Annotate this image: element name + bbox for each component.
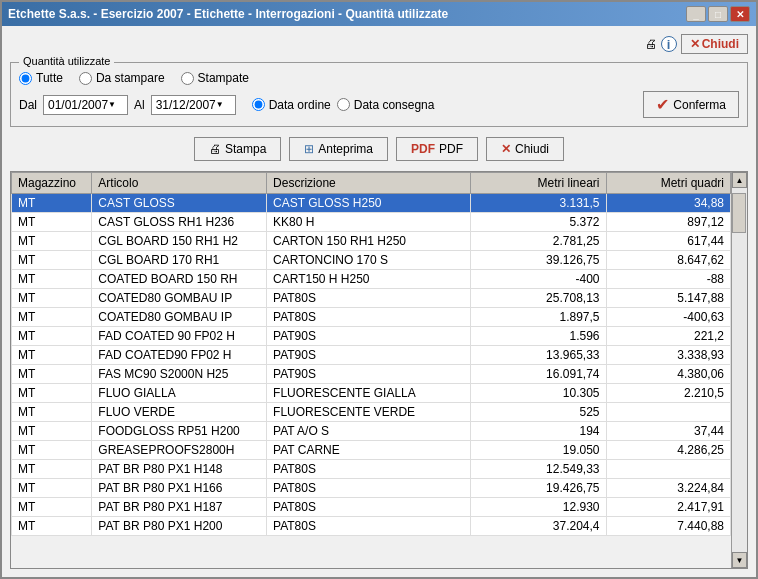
radio-toprint-group: Da stampare	[79, 71, 165, 85]
table-cell: FLUORESCENTE VERDE	[267, 403, 471, 422]
table-row[interactable]: MTCOATED80 GOMBAU IPPAT80S25.708,135.147…	[12, 289, 731, 308]
radio-toprint[interactable]	[79, 72, 92, 85]
print-icon-button[interactable]: 🖨	[645, 37, 657, 51]
table-cell: MT	[12, 517, 92, 536]
table-cell: 4.286,25	[606, 441, 731, 460]
title-bar-left: Etchette S.a.s. - Esercizio 2007 - Etich…	[8, 7, 448, 21]
scroll-up-button[interactable]: ▲	[732, 172, 747, 188]
table-row[interactable]: MTFLUO VERDEFLUORESCENTE VERDE525	[12, 403, 731, 422]
radio-all-label: Tutte	[36, 71, 63, 85]
table-and-scroll: Magazzino Articolo Descrizione Metri lin…	[11, 172, 747, 568]
radio-date-order[interactable]	[252, 98, 265, 111]
table-cell: PAT BR P80 PX1 H148	[92, 460, 267, 479]
top-close-button[interactable]: ✕ Chiudi	[681, 34, 748, 54]
table-row[interactable]: MTCGL BOARD 150 RH1 H2CARTON 150 RH1 H25…	[12, 232, 731, 251]
table-cell: MT	[12, 194, 92, 213]
table-cell: MT	[12, 460, 92, 479]
print-button[interactable]: 🖨 Stampa	[194, 137, 281, 161]
table-cell: 19.426,75	[470, 479, 606, 498]
from-date-input[interactable]: 01/01/2007 ▼	[43, 95, 128, 115]
window-title: Etchette S.a.s. - Esercizio 2007 - Etich…	[8, 7, 448, 21]
table-row[interactable]: MTFAD COATED90 FP02 HPAT90S13.965,333.33…	[12, 346, 731, 365]
table-cell: PAT80S	[267, 308, 471, 327]
table-cell: 12.930	[470, 498, 606, 517]
table-cell: 3.131,5	[470, 194, 606, 213]
table-cell: COATED BOARD 150 RH	[92, 270, 267, 289]
from-date-arrow: ▼	[108, 100, 123, 109]
table-cell: MT	[12, 289, 92, 308]
table-cell: CGL BOARD 170 RH1	[92, 251, 267, 270]
table-cell	[606, 460, 731, 479]
table-row[interactable]: MTCAST GLOSS RH1 H236KK80 H5.372897,12	[12, 213, 731, 232]
table-container: Magazzino Articolo Descrizione Metri lin…	[10, 171, 748, 569]
radio-printed-group: Stampate	[181, 71, 249, 85]
table-row[interactable]: MTCOATED80 GOMBAU IPPAT80S1.897,5-400,63	[12, 308, 731, 327]
table-cell: -88	[606, 270, 731, 289]
scroll-thumb[interactable]	[732, 193, 746, 233]
table-cell: CAST GLOSS H250	[267, 194, 471, 213]
table-cell: FAD COATED90 FP02 H	[92, 346, 267, 365]
maximize-button[interactable]: □	[708, 6, 728, 22]
scroll-down-button[interactable]: ▼	[732, 552, 747, 568]
col-ml: Metri lineari	[470, 173, 606, 194]
table-row[interactable]: MTCGL BOARD 170 RH1CARTONCINO 170 S39.12…	[12, 251, 731, 270]
table-cell: COATED80 GOMBAU IP	[92, 289, 267, 308]
table-row[interactable]: MTFOODGLOSS RP51 H200PAT A/O S19437,44	[12, 422, 731, 441]
group-title: Quantità utilizzate	[19, 55, 114, 67]
window-close-button[interactable]: ✕	[730, 6, 750, 22]
table-cell: CARTONCINO 170 S	[267, 251, 471, 270]
table-row[interactable]: MTGREASEPROOFS2800HPAT CARNE19.0504.286,…	[12, 441, 731, 460]
radio-dateorder-group: Data ordine	[252, 98, 331, 112]
table-cell: FOODGLOSS RP51 H200	[92, 422, 267, 441]
table-row[interactable]: MTCOATED BOARD 150 RHCART150 H H250-400-…	[12, 270, 731, 289]
main-window: Etchette S.a.s. - Esercizio 2007 - Etich…	[0, 0, 758, 579]
table-row[interactable]: MTPAT BR P80 PX1 H166PAT80S19.426,753.22…	[12, 479, 731, 498]
table-cell: FLUO VERDE	[92, 403, 267, 422]
table-cell: 221,2	[606, 327, 731, 346]
table-row[interactable]: MTCAST GLOSSCAST GLOSS H2503.131,534,88	[12, 194, 731, 213]
print-button-icon: 🖨	[209, 142, 221, 156]
table-cell	[606, 403, 731, 422]
close-button[interactable]: ✕ Chiudi	[486, 137, 564, 161]
info-icon-button[interactable]: i	[661, 36, 677, 52]
table-row[interactable]: MTPAT BR P80 PX1 H187PAT80S12.9302.417,9…	[12, 498, 731, 517]
table-cell: 8.647,62	[606, 251, 731, 270]
table-cell: 194	[470, 422, 606, 441]
table-cell: MT	[12, 365, 92, 384]
table-row[interactable]: MTPAT BR P80 PX1 H148PAT80S12.549,33	[12, 460, 731, 479]
to-date-arrow: ▼	[216, 100, 231, 109]
table-row[interactable]: MTFLUO GIALLAFLUORESCENTE GIALLA10.3052.…	[12, 384, 731, 403]
to-date-input[interactable]: 31/12/2007 ▼	[151, 95, 236, 115]
table-cell: MT	[12, 327, 92, 346]
to-label: Al	[134, 98, 145, 112]
table-cell: FAD COATED 90 FP02 H	[92, 327, 267, 346]
table-row[interactable]: MTPAT BR P80 PX1 H200PAT80S37.204,47.440…	[12, 517, 731, 536]
table-wrapper[interactable]: Magazzino Articolo Descrizione Metri lin…	[11, 172, 731, 568]
table-cell: 39.126,75	[470, 251, 606, 270]
radio-printed-label: Stampate	[198, 71, 249, 85]
radio-all[interactable]	[19, 72, 32, 85]
radio-date-delivery[interactable]	[337, 98, 350, 111]
table-cell: GREASEPROOFS2800H	[92, 441, 267, 460]
minimize-button[interactable]: _	[686, 6, 706, 22]
table-cell: CAST GLOSS RH1 H236	[92, 213, 267, 232]
table-cell: PAT CARNE	[267, 441, 471, 460]
table-cell: CARTON 150 RH1 H250	[267, 232, 471, 251]
table-cell: 2.781,25	[470, 232, 606, 251]
close-btn-icon: ✕	[501, 142, 511, 156]
table-row[interactable]: MTFAD COATED 90 FP02 HPAT90S1.596221,2	[12, 327, 731, 346]
table-cell: 1.596	[470, 327, 606, 346]
table-row[interactable]: MTFAS MC90 S2000N H25PAT90S16.091,744.38…	[12, 365, 731, 384]
table-cell: 525	[470, 403, 606, 422]
radio-printed[interactable]	[181, 72, 194, 85]
pdf-button-label: PDF	[439, 142, 463, 156]
table-cell: 2.210,5	[606, 384, 731, 403]
action-bar: 🖨 Stampa ⊞ Anteprima PDF PDF ✕ Chiudi	[10, 133, 748, 165]
radio-datedelivery-label: Data consegna	[354, 98, 435, 112]
confirm-button[interactable]: ✔ Conferma	[643, 91, 739, 118]
table-cell: PAT80S	[267, 498, 471, 517]
table-header-row: Magazzino Articolo Descrizione Metri lin…	[12, 173, 731, 194]
scrollbar[interactable]: ▲ ▼	[731, 172, 747, 568]
preview-button[interactable]: ⊞ Anteprima	[289, 137, 388, 161]
pdf-button[interactable]: PDF PDF	[396, 137, 478, 161]
